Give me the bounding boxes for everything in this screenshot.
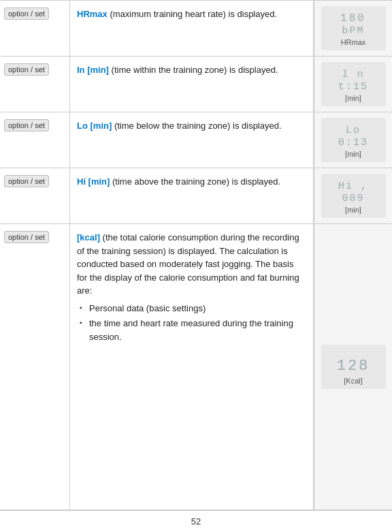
display-svg-in-min: l n t:15 [min] bbox=[321, 62, 386, 106]
svg-text:[min]: [min] bbox=[345, 150, 361, 158]
svg-text:180: 180 bbox=[340, 12, 366, 25]
svg-text:l n: l n bbox=[342, 69, 364, 80]
display-hrmax: 180 bPM HRmax bbox=[321, 6, 386, 50]
option-badge-hi-min[interactable]: option / set bbox=[4, 175, 49, 187]
cell-display-hi-min: Hi , 009 [min] bbox=[314, 168, 392, 223]
page-footer: 52 bbox=[0, 510, 392, 532]
term-kcal: [kcal] bbox=[77, 232, 100, 242]
term-hi-min: Hi [min] bbox=[77, 176, 110, 187]
cell-display-hrmax: 180 bPM HRmax bbox=[314, 1, 392, 56]
cell-desc-lo-min: Lo [min] (time below the training zone) … bbox=[70, 112, 314, 168]
cell-display-in-min: l n t:15 [min] bbox=[314, 57, 392, 112]
cell-display-kcal: 128 [Kcal] bbox=[314, 224, 392, 510]
kcal-bullet-list: Personal data (basic settings) the time … bbox=[77, 302, 306, 344]
display-lo-min: Lo 0:13 [min] bbox=[321, 118, 386, 162]
term-in-min: In [min] bbox=[77, 65, 109, 75]
kcal-bullet-1: Personal data (basic settings) bbox=[77, 302, 306, 315]
display-in-min: l n t:15 [min] bbox=[321, 62, 386, 106]
cell-option-hrmax: option / set bbox=[0, 1, 70, 56]
page-number: 52 bbox=[191, 516, 201, 527]
cell-desc-hi-min: Hi [min] (time above the training zone) … bbox=[70, 168, 314, 223]
svg-text:bPM: bPM bbox=[342, 25, 364, 37]
row-in-min: option / set In [min] (time within the t… bbox=[0, 57, 392, 112]
display-svg-lo-min: Lo 0:13 [min] bbox=[321, 118, 386, 162]
svg-text:128: 128 bbox=[336, 358, 370, 375]
option-badge-hrmax[interactable]: option / set bbox=[4, 7, 49, 20]
display-svg-hi-min: Hi , 009 [min] bbox=[321, 174, 386, 218]
row-kcal: option / set [kcal] (the total calorie c… bbox=[0, 224, 392, 510]
cell-option-lo-min: option / set bbox=[0, 112, 70, 168]
svg-text:HRmax: HRmax bbox=[340, 38, 365, 46]
svg-text:[min]: [min] bbox=[345, 206, 361, 214]
svg-text:[Kcal]: [Kcal] bbox=[344, 377, 363, 385]
display-kcal: 128 [Kcal] bbox=[321, 345, 386, 389]
svg-text:0:13: 0:13 bbox=[338, 137, 368, 148]
display-svg-kcal: 128 [Kcal] bbox=[321, 345, 386, 389]
svg-text:Hi ,: Hi , bbox=[338, 181, 368, 192]
display-svg-hrmax: 180 bPM HRmax bbox=[321, 6, 386, 50]
svg-text:009: 009 bbox=[342, 193, 364, 204]
term-lo-min: Lo [min] bbox=[77, 121, 112, 131]
cell-display-lo-min: Lo 0:13 [min] bbox=[314, 112, 392, 168]
row-hrmax: option / set HRmax (maximum training hea… bbox=[0, 1, 392, 57]
cell-option-in-min: option / set bbox=[0, 57, 70, 112]
cell-option-hi-min: option / set bbox=[0, 168, 70, 223]
cell-desc-in-min: In [min] (time within the training zone)… bbox=[70, 57, 314, 112]
cell-desc-kcal: [kcal] (the total calorie consumption du… bbox=[70, 224, 314, 510]
svg-text:[min]: [min] bbox=[345, 94, 361, 102]
row-hi-min: option / set Hi [min] (time above the tr… bbox=[0, 168, 392, 224]
option-badge-kcal[interactable]: option / set bbox=[4, 231, 49, 243]
svg-text:Lo: Lo bbox=[345, 125, 360, 136]
kcal-bullet-2: the time and heart rate measured during … bbox=[77, 317, 306, 343]
row-lo-min: option / set Lo [min] (time below the tr… bbox=[0, 112, 392, 168]
svg-text:t:15: t:15 bbox=[338, 81, 368, 93]
option-badge-in-min[interactable]: option / set bbox=[4, 63, 49, 76]
option-badge-lo-min[interactable]: option / set bbox=[4, 119, 49, 131]
display-hi-min: Hi , 009 [min] bbox=[321, 174, 386, 218]
cell-desc-hrmax: HRmax (maximum training heart rate) is d… bbox=[70, 1, 314, 56]
main-table: option / set HRmax (maximum training hea… bbox=[0, 0, 392, 510]
term-hrmax: HRmax bbox=[77, 9, 108, 19]
cell-option-kcal: option / set bbox=[0, 224, 70, 510]
